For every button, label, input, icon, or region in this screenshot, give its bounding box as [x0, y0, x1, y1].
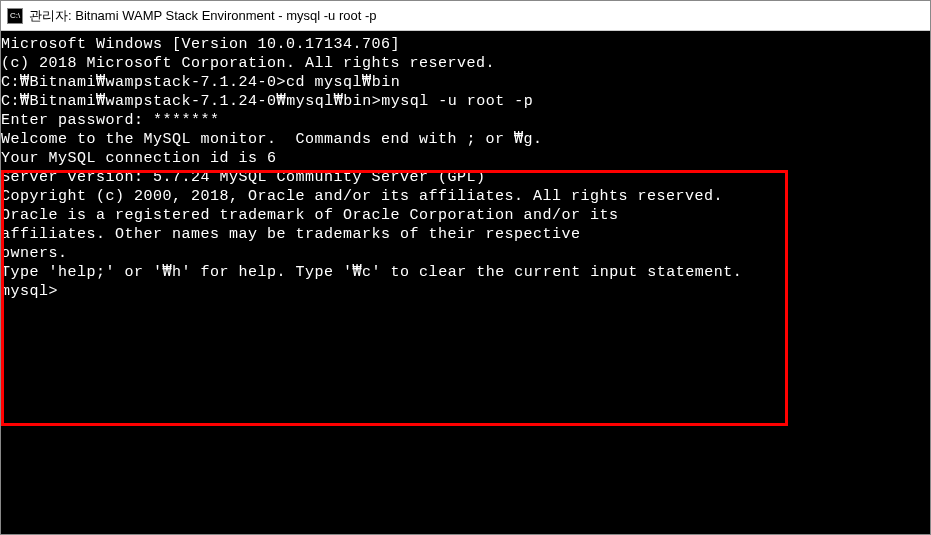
terminal-line: C:₩Bitnami₩wampstack-7.1.24-0>cd mysql₩b…: [1, 73, 930, 92]
terminal-line: owners.: [1, 244, 930, 263]
terminal-line: Type 'help;' or '₩h' for help. Type '₩c'…: [1, 263, 930, 282]
terminal-line: Microsoft Windows [Version 10.0.17134.70…: [1, 35, 930, 54]
titlebar[interactable]: C:\ 관리자: Bitnami WAMP Stack Environment …: [1, 1, 930, 31]
terminal-prompt[interactable]: mysql>: [1, 282, 930, 301]
terminal-line: Oracle is a registered trademark of Orac…: [1, 206, 930, 225]
window-frame: C:\ 관리자: Bitnami WAMP Stack Environment …: [0, 0, 931, 535]
terminal-line: Enter password: *******: [1, 111, 930, 130]
cmd-icon: C:\: [7, 8, 23, 24]
terminal-line: affiliates. Other names may be trademark…: [1, 225, 930, 244]
terminal-line: C:₩Bitnami₩wampstack-7.1.24-0₩mysql₩bin>…: [1, 92, 930, 111]
terminal-line: (c) 2018 Microsoft Corporation. All righ…: [1, 54, 930, 73]
terminal-line: Server version: 5.7.24 MySQL Community S…: [1, 168, 930, 187]
terminal-line: Copyright (c) 2000, 2018, Oracle and/or …: [1, 187, 930, 206]
terminal-line: Your MySQL connection id is 6: [1, 149, 930, 168]
window-title: 관리자: Bitnami WAMP Stack Environment - my…: [29, 7, 376, 25]
terminal-line: Welcome to the MySQL monitor. Commands e…: [1, 130, 930, 149]
terminal-area[interactable]: Microsoft Windows [Version 10.0.17134.70…: [1, 31, 930, 534]
